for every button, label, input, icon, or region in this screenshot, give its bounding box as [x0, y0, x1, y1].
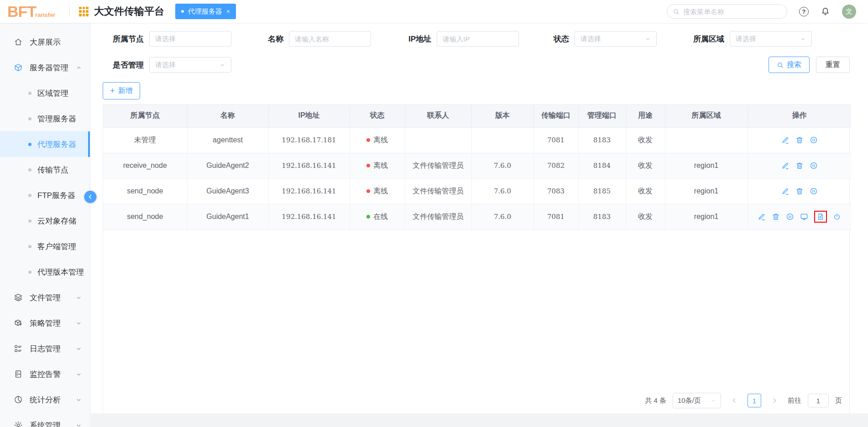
status-badge: 离线 [366, 161, 388, 171]
chevron-down-icon [76, 346, 82, 352]
edit-icon[interactable] [781, 136, 790, 144]
logo-main-text: BFT [7, 3, 36, 21]
menu-search-input[interactable] [683, 8, 781, 16]
log-document-icon[interactable] [816, 213, 825, 221]
search-button[interactable]: 搜索 [769, 57, 810, 73]
region-filter-placeholder: 请选择 [736, 35, 756, 43]
delete-icon[interactable] [772, 213, 780, 221]
ip-filter-input[interactable] [443, 35, 513, 43]
sidebar-item-server-management[interactable]: 服务器管理 [0, 55, 90, 80]
add-button[interactable]: + 新增 [103, 82, 140, 99]
delete-icon[interactable] [795, 187, 804, 195]
sidebar-item-label: 云对象存储 [37, 216, 76, 226]
chevron-down-icon [220, 62, 225, 68]
col-usage: 用途 [626, 104, 665, 127]
status-badge: 离线 [366, 135, 388, 145]
node-filter-label: 所属节点 [103, 34, 144, 44]
sidebar-item-client-management[interactable]: 客户端管理 [0, 234, 90, 259]
server-table-container: 所属节点 名称 IP地址 状态 联系人 版本 传输端口 管理端口 用途 所属区域… [103, 104, 850, 414]
delete-icon[interactable] [795, 136, 804, 144]
user-avatar[interactable]: 文 [842, 5, 856, 19]
bullet-dot-icon [28, 168, 31, 172]
sidebar-item-region-management[interactable]: 区域管理 [0, 80, 90, 106]
chevron-down-icon [76, 320, 82, 326]
edit-icon[interactable] [781, 187, 790, 195]
annotation-red-box [814, 211, 827, 223]
table-empty-space [103, 230, 849, 393]
terminal-icon[interactable] [800, 213, 808, 221]
tab-proxy-server[interactable]: 代理服务器 × [175, 4, 236, 19]
sidebar-item-policy-management[interactable]: 策略管理 [0, 310, 90, 336]
sidebar-item-label: 文件管理 [30, 292, 61, 303]
help-icon[interactable]: ? [799, 7, 809, 16]
goto-page-input[interactable] [808, 394, 829, 407]
name-filter-input[interactable] [295, 35, 365, 43]
sidebar-nav: 大屏展示 服务器管理 区域管理 管理服务器 代理服务器 传输节点 FTP服务器 [0, 23, 90, 427]
next-page-button[interactable] [768, 394, 781, 407]
power-icon[interactable] [833, 213, 841, 221]
page-title: 大文件传输平台 [94, 5, 164, 18]
sidebar-item-ftp-server[interactable]: FTP服务器 [0, 182, 90, 208]
name-filter-field [289, 31, 371, 47]
goto-label: 前往 [788, 396, 801, 405]
pie-chart-icon [14, 395, 23, 404]
sidebar-item-proxy-server[interactable]: 代理服务器 [0, 131, 90, 157]
pause-icon[interactable] [810, 136, 818, 144]
table-row: receive_node GuideAgent2 192.168.16.141 … [103, 153, 851, 178]
pause-icon[interactable] [810, 187, 818, 195]
log-list-icon [14, 344, 23, 353]
pause-icon[interactable] [786, 213, 794, 221]
node-filter-select[interactable]: 请选择 [149, 31, 231, 47]
menu-search-box[interactable] [667, 4, 787, 19]
page-number-button[interactable]: 1 [748, 394, 761, 407]
total-count-text: 共 4 条 [645, 396, 666, 405]
bullet-dot-icon [28, 117, 31, 120]
sidebar-item-system-management[interactable]: 系统管理 [0, 412, 90, 427]
sidebar-item-label: 日志管理 [30, 344, 61, 354]
sidebar-collapse-button[interactable] [84, 191, 97, 203]
chevron-down-icon [76, 397, 82, 403]
prev-page-button[interactable] [727, 394, 741, 407]
sidebar-item-management-server[interactable]: 管理服务器 [0, 106, 90, 131]
col-region: 所属区域 [665, 104, 748, 127]
edit-icon[interactable] [758, 213, 766, 221]
page-unit-label: 页 [835, 396, 842, 405]
page-size-select[interactable]: 10条/页 [673, 393, 721, 408]
apps-grid-icon[interactable] [79, 7, 89, 16]
sidebar-item-dashboard[interactable]: 大屏展示 [0, 29, 90, 55]
ip-filter-label: IP地址 [403, 34, 431, 44]
gear-icon [14, 421, 23, 427]
table-header-row: 所属节点 名称 IP地址 状态 联系人 版本 传输端口 管理端口 用途 所属区域… [103, 104, 851, 127]
chevron-down-icon [645, 36, 651, 42]
sidebar-item-transfer-node[interactable]: 传输节点 [0, 157, 90, 182]
col-ip: IP地址 [268, 104, 350, 127]
sidebar-item-file-management[interactable]: 文件管理 [0, 285, 90, 310]
notification-bell-icon[interactable] [821, 7, 830, 16]
monitor-panel-icon [14, 370, 23, 379]
reset-button[interactable]: 重置 [816, 57, 850, 73]
region-filter-select[interactable]: 请选择 [730, 31, 812, 47]
sidebar-item-label: FTP服务器 [37, 190, 75, 201]
sidebar-item-log-management[interactable]: 日志管理 [0, 336, 90, 361]
table-row: 未管理 agenttest 192.168.17.181 离线 7081 818… [103, 127, 851, 153]
bullet-dot-icon [28, 143, 31, 146]
sidebar-item-statistics[interactable]: 统计分析 [0, 387, 90, 412]
tab-close-icon[interactable]: × [226, 8, 230, 15]
managed-filter-select[interactable]: 请选择 [149, 57, 231, 73]
edit-icon[interactable] [781, 161, 790, 170]
delete-icon[interactable] [795, 161, 804, 170]
offline-dot-icon [366, 164, 370, 167]
sidebar-item-proxy-version-management[interactable]: 代理版本管理 [0, 259, 90, 285]
pause-icon[interactable] [810, 161, 818, 170]
tab-label: 代理服务器 [188, 7, 222, 16]
sidebar-item-monitor-alert[interactable]: 监控告警 [0, 361, 90, 387]
col-node: 所属节点 [103, 104, 187, 127]
sidebar-item-cloud-object-storage[interactable]: 云对象存储 [0, 208, 90, 234]
ip-filter-field [437, 31, 519, 47]
status-filter-select[interactable]: 请选择 [575, 31, 657, 47]
sidebar-item-label: 监控告警 [30, 369, 61, 380]
status-filter-placeholder: 请选择 [580, 35, 601, 43]
sidebar-item-label: 传输节点 [37, 165, 68, 175]
chevron-down-icon [76, 295, 82, 301]
reset-button-label: 重置 [826, 60, 840, 70]
